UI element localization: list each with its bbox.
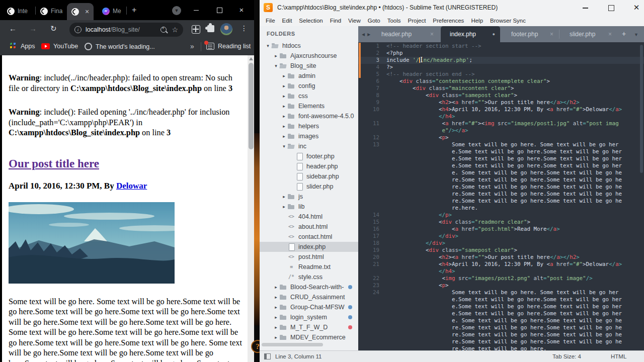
expand-arrow-icon[interactable]: ▸ [273,335,279,340]
code-line-2[interactable]: 2<?php [358,50,624,57]
site-info-icon[interactable]: i [74,26,82,33]
sidebar-item-helpers[interactable]: ▸helpers [260,121,358,131]
menu-view[interactable]: View [345,17,364,25]
zoom-icon[interactable] [160,27,167,33]
code-line-22[interactable]: 22<img src="images/post2.png" alt="post … [358,275,624,282]
new-file-tab-button[interactable]: + [622,30,626,38]
menu-browser-sync[interactable]: Browser Sync [487,17,529,25]
code-line-6[interactable]: 6<div class="contentsection contemplete … [358,78,624,85]
bookmark-apps[interactable]: Apps [10,43,35,50]
scroll-up-arrow-icon[interactable] [249,57,253,60]
sidebar-item-post-html[interactable]: <>post.html [260,252,358,262]
browser-maximize-button[interactable] [213,4,225,16]
bookmark-github[interactable]: The world's leading... [85,43,155,50]
sidebar-item-font-awesome-4-5-0[interactable]: ▸font-awesome-4.5.0 [260,111,358,121]
editor-tab-footer-php[interactable]: footer.php× [502,26,558,42]
tab-close-icon[interactable]: × [601,31,612,38]
menu-find[interactable]: Find [327,17,345,25]
browser-minimize-button[interactable] [190,4,202,16]
sidebar-item-elements[interactable]: ▸Elements [260,101,358,111]
browser-tab-1[interactable]: Inte [7,5,28,17]
tab-close-icon[interactable]: × [543,31,553,38]
code-line-11[interactable]: 11<a href="#"><img src="images/post1.jpg… [358,120,624,134]
sidebar-item-header-php[interactable]: header.php [260,161,358,171]
expand-arrow-icon[interactable]: ▾ [281,144,287,149]
code-line-12[interactable]: 12<p> [358,134,624,141]
sidebar-item-blog-site[interactable]: ▾Blog_site [260,61,358,71]
code-line-1[interactable]: 1<!-- header section start --> [358,43,624,50]
address-bar[interactable]: i localhost/Blog_site/ ☆ [69,23,183,37]
menu-edit[interactable]: Edit [279,17,296,25]
tab-scroll-arrows-icon[interactable]: ◂ ▸ [362,31,371,38]
expand-arrow-icon[interactable]: ▸ [273,325,279,330]
forward-button[interactable]: → [29,24,37,33]
editor-scrollbar[interactable] [640,45,643,173]
status-panel-icon[interactable] [264,353,271,359]
code-line-5[interactable]: 5<!-- header section end --> [358,71,624,78]
code-line-21[interactable]: 21<h4>April 10, 2016, 12:30 PM, By <a hr… [358,261,624,275]
reload-button[interactable]: ↻ [50,24,57,33]
code-line-16[interactable]: 16<a href="post.html">Read More</a> [358,226,624,233]
sidebar-item-images[interactable]: ▸images [260,131,358,141]
expand-arrow-icon[interactable]: ▸ [281,73,287,78]
sidebar-item-contact-html[interactable]: <>contact.html [260,232,358,242]
bookmark-youtube[interactable]: YouTube [41,43,78,50]
page-scrollbar[interactable] [248,55,254,362]
code-line-13[interactable]: 13Some text will be go here. Some text w… [358,141,624,212]
code-editor[interactable]: 1<!-- header section start -->2<?php3inc… [358,42,644,350]
code-line-3[interactable]: 3include '/inc/header.php'; [358,57,644,64]
sidebar-item-blood-search-with-[interactable]: ▸Blood-Search-with- [260,282,358,292]
expand-arrow-icon[interactable]: ▸ [281,204,287,209]
dirty-dot-icon[interactable]: ● [486,32,495,37]
code-line-19[interactable]: 19<div class="samepost clear"> [358,247,624,254]
expand-arrow-icon[interactable]: ▸ [273,53,279,58]
browser-menu-icon[interactable]: ⋮ [240,24,248,32]
extension-icon[interactable] [192,25,200,34]
browser-tab-2[interactable]: Fina [40,5,62,17]
tab-overflow-icon[interactable]: ▼ [634,32,638,37]
sidebar-item-about-html[interactable]: <>about.html [260,222,358,232]
url-text[interactable]: localhost/Blog_site/ [86,26,140,33]
tab-search-button[interactable]: ▼ [172,6,181,15]
sidebar-item-mdev-ecommerce[interactable]: ▸MDEV_Ecommerce [260,332,358,342]
expand-arrow-icon[interactable]: ▸ [281,83,287,88]
code-line-24[interactable]: 24Some text will be go here. Some text w… [358,289,624,350]
expand-arrow-icon[interactable]: ▸ [281,94,287,99]
expand-arrow-icon[interactable]: ▸ [273,305,279,310]
bookmarks-overflow-chevron[interactable]: » [190,42,194,50]
menu-project[interactable]: Project [405,17,430,25]
expand-arrow-icon[interactable]: ▾ [273,63,279,68]
author-link[interactable]: Delowar [116,181,147,191]
editor-tab-header-php[interactable]: header.php× [372,26,439,42]
sidebar-item-footer-php[interactable]: footer.php [260,151,358,161]
code-line-7[interactable]: 7<div class="maincontent clear"> [358,85,624,92]
expand-arrow-icon[interactable]: ▸ [281,114,287,119]
menu-tools[interactable]: Tools [384,17,405,25]
sidebar-item-group-chat-mfsw[interactable]: ▸Group-Chat-MFSW [260,302,358,312]
sidebar-item-crud-assainment[interactable]: ▸CRUD_Assainment [260,292,358,302]
code-line-18[interactable]: 18</div> [358,240,624,247]
expand-arrow-icon[interactable]: ▸ [281,104,287,109]
code-line-23[interactable]: 23<p> [358,282,624,289]
editor-tab-slider-php[interactable]: slider.php× [560,26,617,42]
sidebar-horizontal-scrollbar[interactable] [262,343,323,346]
sidebar-item-config[interactable]: ▸config [260,81,358,91]
code-line-8[interactable]: 8<div class="samepost clear"> [358,92,624,99]
back-button[interactable]: ← [9,24,17,33]
sidebar-item-style-css[interactable]: /*style.css [260,272,358,282]
expand-arrow-icon[interactable]: ▸ [281,134,287,139]
sidebar-item-index-php[interactable]: index.php [260,242,358,252]
sidebar-item-slider-php[interactable]: slider.php [260,182,358,192]
menu-file[interactable]: File [262,17,279,25]
browser-close-button[interactable]: × [235,4,248,16]
tab-size-status[interactable]: Tab Size: 4 [552,353,581,359]
profile-avatar[interactable] [220,23,232,35]
sidebar-item-ajaxcrushcourse[interactable]: ▸Ajaxcrushcourse [260,51,358,61]
expand-arrow-icon[interactable]: ▸ [281,194,287,199]
menu-selection[interactable]: Selection [295,17,326,25]
tab-close-icon[interactable]: × [423,31,434,38]
menu-goto[interactable]: Goto [364,17,384,25]
sidebar-item-admin[interactable]: ▸admin [260,71,358,81]
code-line-20[interactable]: 20<h2><a href="">Our post title here</a>… [358,254,624,261]
sidebar-item-readme-txt[interactable]: ≡Readme.txt [260,262,358,272]
